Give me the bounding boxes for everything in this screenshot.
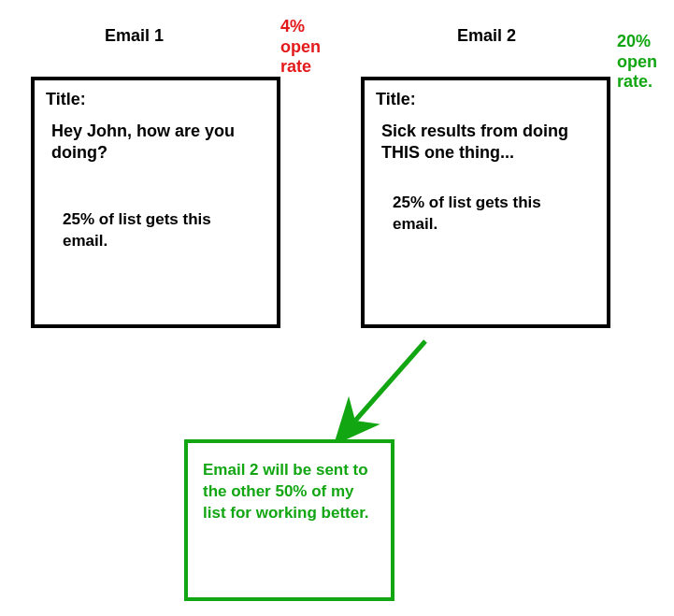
diagram-canvas: Email 1 Email 2 4% open rate 20% open ra… (0, 0, 674, 616)
svg-line-0 (355, 341, 425, 421)
result-box: Email 2 will be sent to the other 50% of… (184, 439, 394, 601)
result-text: Email 2 will be sent to the other 50% of… (203, 460, 376, 524)
